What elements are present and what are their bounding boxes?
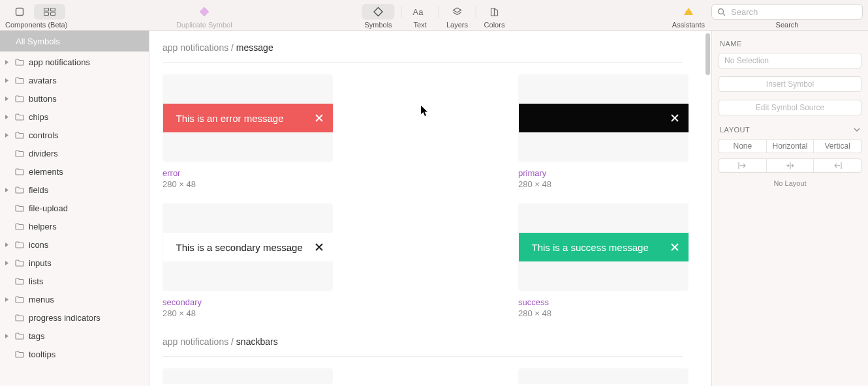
symbol-artboard bbox=[518, 74, 689, 162]
layers-tab-group: Layers bbox=[446, 4, 469, 29]
symbols-tab-group: Symbols bbox=[362, 4, 395, 29]
message-secondary: This is a secondary message bbox=[163, 233, 333, 261]
sidebar-item-label: icons bbox=[29, 240, 48, 250]
components-view-button[interactable] bbox=[34, 4, 65, 20]
symbols-tab-label: Symbols bbox=[364, 21, 392, 29]
symbol-grid-2 bbox=[163, 368, 683, 384]
layout-section-header[interactable]: LAYOUT bbox=[720, 126, 860, 134]
insert-symbol-button[interactable]: Insert Symbol bbox=[719, 76, 861, 92]
layout-horizontal[interactable]: Horizontal bbox=[767, 140, 814, 153]
sidebar-item[interactable]: fields bbox=[0, 181, 149, 199]
breadcrumb: app notifications / snackbars bbox=[163, 336, 683, 357]
bell-icon bbox=[683, 7, 694, 16]
chevron-right-icon bbox=[3, 333, 10, 339]
search-field[interactable] bbox=[711, 4, 863, 20]
symbol-artboard: This is a secondary message bbox=[163, 203, 333, 291]
sidebar-item-label: menus bbox=[29, 295, 54, 304]
chevron-right-icon bbox=[3, 242, 10, 248]
sidebar-item[interactable]: avatars bbox=[0, 71, 149, 89]
align-left[interactable] bbox=[719, 159, 767, 172]
sidebar: All Symbols app notificationsavatarsbutt… bbox=[0, 31, 149, 386]
message-success: This is a success message bbox=[519, 233, 689, 261]
assistants-button[interactable] bbox=[672, 4, 705, 20]
folder-icon bbox=[14, 223, 25, 230]
layers-tab[interactable] bbox=[446, 4, 469, 20]
message-text: This is an error message bbox=[176, 113, 284, 124]
colors-tab-label: Colors bbox=[484, 21, 505, 29]
chevron-right-icon bbox=[3, 187, 10, 193]
text-tab-group: Aa Text bbox=[409, 4, 432, 29]
sidebar-header[interactable]: All Symbols bbox=[0, 31, 149, 52]
sidebar-item[interactable]: buttons bbox=[0, 89, 149, 108]
symbol-card[interactable]: This is a success messagesuccess280 × 48 bbox=[518, 203, 689, 318]
layout-heading: LAYOUT bbox=[720, 126, 750, 134]
align-segmented-control[interactable] bbox=[719, 158, 861, 173]
svg-rect-1 bbox=[44, 8, 48, 12]
folder-icon bbox=[14, 278, 25, 285]
folder-icon bbox=[14, 351, 25, 358]
message-error: This is an error message bbox=[163, 104, 333, 132]
no-layout-note: No Layout bbox=[719, 179, 861, 187]
edit-symbol-button[interactable]: Edit Symbol Source bbox=[719, 100, 861, 115]
canvas-view-button[interactable] bbox=[8, 4, 31, 20]
symbol-card[interactable] bbox=[518, 368, 689, 384]
center-tools: Symbols Aa Text Layers Colors bbox=[362, 4, 506, 29]
search-input[interactable] bbox=[730, 7, 857, 18]
sidebar-item[interactable]: controls bbox=[0, 126, 149, 144]
sidebar-item[interactable]: elements bbox=[0, 162, 149, 181]
layout-segmented-control[interactable]: None Horizontal Vertical bbox=[719, 139, 861, 153]
sidebar-item[interactable]: lists bbox=[0, 272, 149, 290]
canvas-area[interactable]: app notifications / message This is an e… bbox=[149, 31, 711, 386]
symbol-artboard: This is an error message bbox=[163, 74, 333, 162]
sidebar-item-label: controls bbox=[29, 130, 59, 140]
layers-icon bbox=[452, 7, 463, 17]
folder-icon bbox=[14, 296, 25, 303]
symbol-name: secondary bbox=[163, 297, 333, 307]
sidebar-item[interactable]: icons bbox=[0, 235, 149, 254]
sidebar-item[interactable]: helpers bbox=[0, 217, 149, 235]
sidebar-item[interactable]: inputs bbox=[0, 254, 149, 272]
svg-point-8 bbox=[719, 8, 724, 14]
folder-icon bbox=[14, 314, 25, 321]
symbol-card[interactable]: This is an error messageerror280 × 48 bbox=[163, 74, 333, 189]
breadcrumb-parent: app notifications bbox=[163, 42, 228, 53]
search-group: Search bbox=[711, 4, 863, 29]
sidebar-item-label: tooltips bbox=[29, 349, 55, 359]
align-right[interactable] bbox=[814, 159, 861, 172]
chevron-right-icon bbox=[3, 78, 10, 83]
svg-text:Aa: Aa bbox=[413, 7, 424, 16]
layout-vertical[interactable]: Vertical bbox=[814, 140, 861, 153]
sidebar-item-label: file-upload bbox=[29, 203, 68, 213]
sidebar-item[interactable]: file-upload bbox=[0, 199, 149, 217]
sidebar-item[interactable]: tags bbox=[0, 327, 149, 345]
symbols-tab[interactable] bbox=[362, 4, 395, 20]
text-tab[interactable]: Aa bbox=[409, 4, 432, 20]
chevron-down-icon bbox=[854, 128, 860, 132]
inspector-name-heading: NAME bbox=[720, 40, 861, 48]
message-primary bbox=[519, 104, 689, 132]
sidebar-item-label: progress indicators bbox=[29, 313, 101, 323]
duplicate-symbol-button[interactable] bbox=[193, 4, 216, 20]
layout-none[interactable]: None bbox=[719, 140, 767, 153]
sidebar-item[interactable]: app notifications bbox=[0, 53, 149, 71]
name-field[interactable]: No Selection bbox=[719, 53, 861, 68]
chevron-right-icon bbox=[3, 96, 10, 102]
symbol-card[interactable]: This is a secondary messagesecondary280 … bbox=[163, 203, 333, 318]
sidebar-item[interactable]: menus bbox=[0, 290, 149, 308]
symbol-name: primary bbox=[518, 168, 689, 178]
scrollbar-thumb[interactable] bbox=[705, 33, 710, 75]
folder-icon bbox=[14, 77, 25, 84]
sidebar-item[interactable]: tooltips bbox=[0, 345, 149, 363]
view-switcher-group: Components (Beta) bbox=[5, 4, 67, 29]
align-center[interactable] bbox=[767, 159, 814, 172]
sidebar-item[interactable]: chips bbox=[0, 108, 149, 126]
sidebar-item[interactable]: progress indicators bbox=[0, 308, 149, 327]
sidebar-list: app notificationsavatarsbuttonschipscont… bbox=[0, 52, 149, 386]
symbol-card[interactable]: primary280 × 48 bbox=[518, 74, 689, 189]
colors-tab[interactable] bbox=[483, 4, 506, 20]
symbol-card[interactable] bbox=[163, 368, 333, 384]
chevron-right-icon bbox=[3, 59, 10, 65]
sidebar-item[interactable]: dividers bbox=[0, 144, 149, 162]
message-text: This is a success message bbox=[532, 242, 649, 253]
chevron-right-icon bbox=[3, 114, 10, 120]
